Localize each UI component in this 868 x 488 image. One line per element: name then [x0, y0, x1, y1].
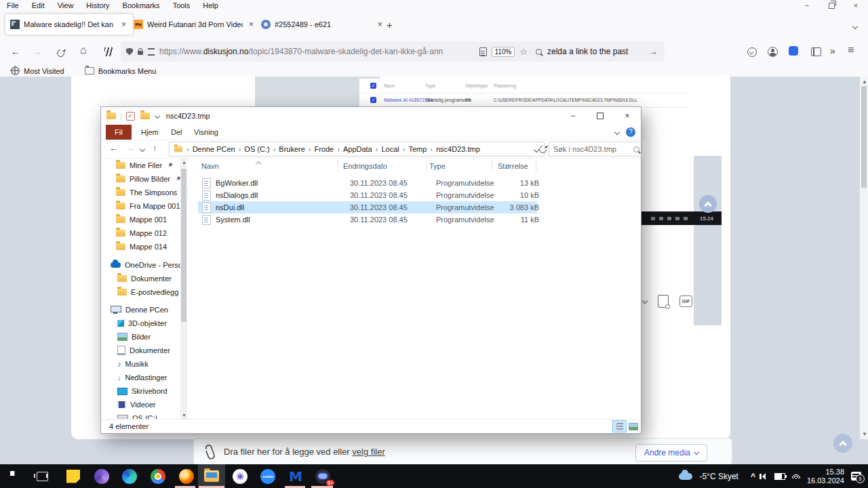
menu-view[interactable]: View — [58, 1, 74, 9]
sidebar-extension-icon[interactable] — [811, 47, 821, 58]
explorer-search-box[interactable]: Søk i nsc4D23.tmp — [549, 142, 644, 157]
sidebar-item-videoer[interactable]: Videoer — [101, 398, 156, 411]
sidebar-item-mappe-012[interactable]: Mappe 012 — [101, 226, 167, 240]
file-row-system[interactable]: System.dll30.11.2023 08.45Programutvidel… — [198, 214, 537, 226]
help-icon[interactable]: ? — [626, 127, 635, 137]
library-icon[interactable] — [104, 47, 113, 58]
sidebar-scrollbar[interactable]: ▲ ▼ — [180, 158, 187, 420]
extension-icon[interactable]: 4 — [789, 46, 798, 58]
lock-icon[interactable] — [138, 51, 143, 55]
search-input[interactable]: zelda a link to the past — [547, 47, 644, 56]
sidebar-item-dokumenter-onedrive[interactable]: Dokumenter — [101, 272, 172, 285]
column-endringsdato[interactable]: Endringsdato — [343, 162, 387, 170]
ribbon-collapse-icon[interactable] — [614, 129, 620, 135]
pocket-icon[interactable] — [747, 47, 757, 59]
reader-mode-icon[interactable] — [479, 47, 487, 56]
column-type[interactable]: Type — [429, 162, 446, 170]
app-menu-icon[interactable]: ≡ — [848, 45, 854, 56]
sidebar-item-denne-pcen[interactable]: Denne PCen — [101, 303, 168, 317]
menu-history[interactable]: History — [86, 1, 109, 9]
chevron-down-icon[interactable] — [642, 298, 647, 304]
scrollbar-up-icon[interactable]: ▲ — [862, 79, 867, 85]
sidebar-item-skrivebord[interactable]: Skrivebord — [101, 384, 167, 398]
details-view-button[interactable] — [613, 421, 626, 432]
tab-close-icon[interactable]: × — [119, 20, 128, 29]
scrollbar-thumb[interactable] — [861, 86, 867, 188]
column-navn[interactable]: Navn — [201, 162, 219, 170]
menu-edit[interactable]: Edit — [32, 1, 45, 9]
close-icon[interactable]: × — [844, 1, 868, 10]
permissions-icon[interactable] — [148, 48, 155, 56]
clock[interactable]: 15.38 16.03.2024 — [807, 468, 844, 485]
sidebar-item-the-simpsons[interactable]: The Simpsons — [101, 186, 188, 199]
tray-expand-icon[interactable]: ^ — [751, 472, 755, 481]
other-media-button[interactable]: Andre media — [635, 444, 707, 462]
file-row-nsdialogs[interactable]: nsDialogs.dll30.11.2023 08.45Programutvi… — [198, 189, 537, 201]
explorer-title-bar[interactable]: | ✓ nsc4D23.tmp − × — [101, 107, 641, 125]
ribbon-tab-hjem[interactable]: Hjem — [134, 125, 166, 140]
refresh-icon[interactable] — [539, 146, 547, 155]
sidebar-item-pillow-bilder[interactable]: Pillow Bilder — [101, 172, 181, 186]
checkbox-icon[interactable]: ✓ — [370, 83, 376, 89]
minimize-icon[interactable]: − — [559, 107, 587, 124]
bookmark-star-icon[interactable]: ☆ — [519, 47, 528, 57]
tab-e621[interactable]: #2552489 - e621 × — [256, 14, 389, 35]
sidebar-item-nedlastinger[interactable]: ↓Nedlastinger — [101, 371, 167, 384]
notification-center-icon[interactable]: 5 — [851, 472, 861, 481]
restore-icon[interactable] — [819, 1, 844, 10]
sidebar-item-epostvedlegg[interactable]: E-postvedlegg — [101, 285, 178, 299]
overflow-menu-icon[interactable]: » — [830, 45, 835, 56]
preview-icon[interactable] — [658, 295, 669, 308]
sidebar-item-mappe-001[interactable]: Mappe 001 — [101, 213, 167, 226]
thumbnail-view-button[interactable] — [627, 421, 639, 432]
tab-malware-skadelig[interactable]: Malware skadelig!! Det kan ikke × — [5, 14, 133, 35]
battery-icon[interactable] — [774, 473, 785, 480]
zoom-level-badge[interactable]: 110% — [492, 47, 515, 57]
zoom-button[interactable]: zoom — [254, 464, 281, 488]
list-all-tabs-icon[interactable] — [852, 24, 858, 29]
tab-weird-videos[interactable]: PH Weird Futanari 3d Porn Videos × — [129, 14, 260, 35]
volume-icon[interactable] — [762, 473, 766, 480]
close-icon[interactable]: × — [614, 107, 641, 124]
menu-help[interactable]: Help — [203, 1, 218, 9]
qat-folder-icon[interactable] — [140, 113, 150, 119]
weather-text[interactable]: -5°C Skyet — [699, 472, 738, 481]
tab-close-icon[interactable]: × — [247, 20, 256, 29]
crumb-denne-pcen[interactable]: Denne PCen — [193, 145, 235, 153]
file-explorer-button[interactable] — [198, 464, 225, 488]
sidebar-item-mappe-014[interactable]: Mappe 014 — [101, 240, 167, 253]
sidebar-item-3d-objekter[interactable]: 3D-objekter — [101, 317, 167, 330]
account-icon[interactable] — [768, 47, 778, 59]
sidebar-item-bilder[interactable]: Bilder — [101, 330, 151, 344]
purple-app-button[interactable] — [88, 464, 115, 488]
scrollbar-down-icon[interactable]: ▼ — [182, 413, 186, 418]
crumb-brukere[interactable]: Brukere — [279, 145, 305, 153]
file-row-bgworker[interactable]: BgWorker.dll30.11.2023 08.45Programutvid… — [198, 177, 537, 189]
chrome-button[interactable] — [144, 464, 172, 488]
sidebar-item-dokumenter[interactable]: Dokumenter — [101, 344, 170, 357]
weather-cloud-icon[interactable] — [679, 473, 692, 480]
edge-button[interactable] — [116, 464, 143, 488]
tracking-shield-icon[interactable] — [126, 48, 133, 56]
ribbon-tab-del[interactable]: Del — [163, 125, 190, 140]
ribbon-tab-visning[interactable]: Visning — [186, 125, 226, 140]
scrollbar-thumb[interactable] — [181, 169, 186, 322]
home-icon[interactable]: ⌂ — [80, 45, 87, 56]
nav-back-icon[interactable]: ← — [109, 144, 118, 153]
menu-bookmarks[interactable]: Bookmarks — [123, 1, 160, 9]
crumb-os-c[interactable]: OS (C:) — [244, 145, 269, 153]
search-bar[interactable]: zelda a link to the past → — [529, 41, 665, 62]
snowflake-app-button[interactable]: ✳ — [226, 464, 254, 488]
discord-button[interactable]: 9+ — [309, 464, 336, 488]
column-storrelse[interactable]: Størrelse — [498, 162, 528, 170]
checkbox-icon[interactable]: ✓ — [370, 97, 376, 103]
maximize-icon[interactable] — [587, 107, 614, 124]
attachment-dropzone[interactable]: Dra filer her for å legge ved eller velg… — [193, 438, 732, 466]
nav-forward-icon[interactable]: → — [125, 144, 134, 153]
crumb-nsc4d23[interactable]: nsc4D23.tmp — [436, 145, 480, 153]
breadcrumb[interactable]: › Denne PCen › OS (C:) › Brukere › Frode… — [169, 142, 545, 157]
sidebar-item-onedrive[interactable]: OneDrive - Person — [101, 258, 186, 272]
crumb-temp[interactable]: Temp — [408, 145, 427, 153]
minimize-icon[interactable]: − — [795, 1, 819, 10]
sticky-notes-button[interactable] — [60, 464, 87, 488]
